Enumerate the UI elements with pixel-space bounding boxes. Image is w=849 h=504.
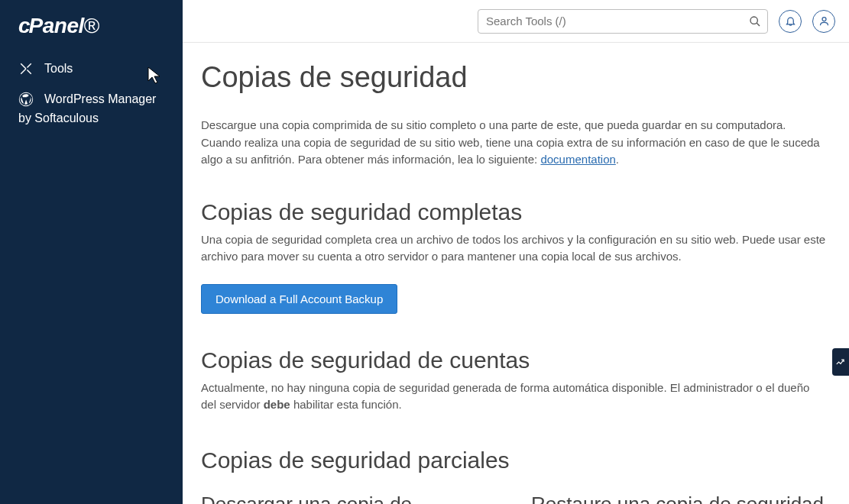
account-backups-title: Copias de seguridad de cuentas (201, 347, 831, 373)
svg-point-1 (750, 17, 757, 24)
download-full-backup-button[interactable]: Download a Full Account Backup (201, 284, 397, 314)
documentation-link[interactable]: documentation (540, 153, 615, 166)
sidebar-item-tools[interactable]: Tools (0, 53, 183, 84)
partial-columns: Descargar una copia de seguridad del dir… (201, 492, 831, 505)
tools-icon (18, 61, 34, 76)
section-partial-backups: Copias de seguridad parciales Descargar … (201, 447, 831, 505)
stats-tab-button[interactable] (832, 348, 849, 376)
search-input[interactable] (478, 9, 768, 34)
wordpress-icon (18, 92, 34, 107)
search-icon[interactable] (747, 13, 763, 30)
section-full-backup: Copias de seguridad completas Una copia … (201, 199, 831, 314)
intro-prefix: Descargue una copia comprimida de su sit… (201, 118, 820, 166)
brand-logo: cPanel® (18, 14, 164, 38)
sidebar-item-label: WordPress Manager (44, 92, 156, 106)
notifications-button[interactable] (779, 10, 802, 33)
sidebar: cPanel® Tools WordPress Manager by Softa… (0, 0, 183, 504)
section-account-backups: Copias de seguridad de cuentas Actualmen… (201, 347, 831, 414)
main-content: Copias de seguridad Descargue una copia … (183, 43, 849, 504)
search-wrap (478, 9, 768, 34)
full-backup-title: Copias de seguridad completas (201, 199, 831, 225)
intro-text: Descargue una copia comprimida de su sit… (201, 117, 828, 169)
partial-download-col: Descargar una copia de seguridad del dir… (201, 492, 501, 505)
sidebar-subline: by Softaculous (0, 108, 183, 133)
account-backups-desc: Actualmente, no hay ninguna copia de seg… (201, 380, 828, 414)
intro-suffix: . (616, 153, 619, 166)
bell-icon (785, 15, 796, 27)
chart-icon (835, 357, 846, 367)
logo-area: cPanel® (0, 0, 183, 53)
page-title: Copias de seguridad (201, 61, 831, 94)
accounts-desc-bold: debe (264, 398, 290, 411)
user-button[interactable] (812, 10, 835, 33)
accounts-desc-suffix: habilitar esta función. (290, 398, 402, 411)
partial-backups-title: Copias de seguridad parciales (201, 447, 831, 473)
partial-restore-title: Restaure una copia de seguridad del dire… (531, 492, 831, 505)
partial-download-title: Descargar una copia de seguridad del dir… (201, 492, 501, 505)
svg-point-2 (822, 18, 826, 21)
full-backup-desc: Una copia de seguridad completa crea un … (201, 231, 828, 266)
partial-restore-col: Restaure una copia de seguridad del dire… (531, 492, 831, 505)
topbar (183, 0, 849, 43)
sidebar-item-wordpress[interactable]: WordPress Manager (0, 84, 183, 108)
sidebar-item-label: Tools (44, 62, 73, 76)
user-icon (818, 15, 830, 27)
